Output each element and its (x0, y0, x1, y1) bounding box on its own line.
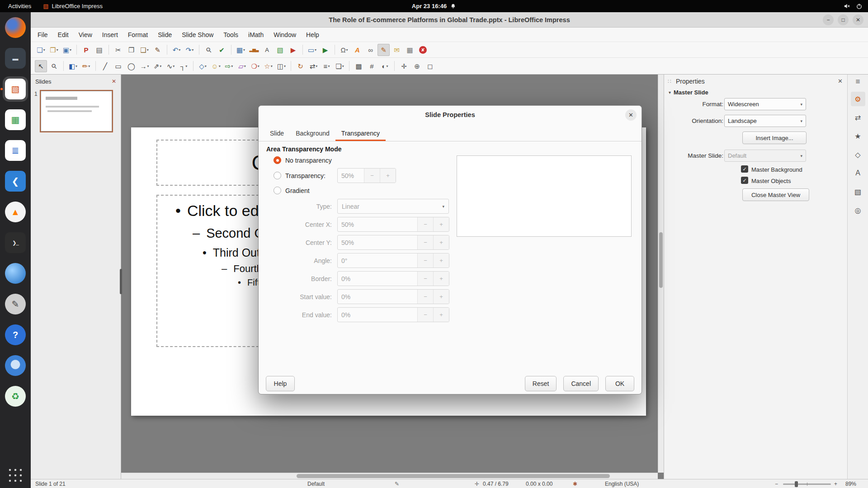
properties-tab-icon[interactable]: ⚙ (851, 92, 865, 106)
align-objects-icon[interactable]: ≡ (321, 60, 333, 72)
spin-value[interactable]: 0% (338, 290, 417, 304)
rectangle-icon[interactable]: ▭ (112, 60, 124, 72)
insert-image-button[interactable]: Insert Image... (742, 131, 807, 144)
spin-increase-button[interactable]: + (433, 272, 449, 286)
special-character-icon[interactable]: Ω (338, 44, 350, 56)
menu-slide-show[interactable]: Slide Show (177, 28, 218, 42)
print-icon[interactable]: ▤ (93, 44, 105, 56)
close-button[interactable]: ✕ (853, 14, 863, 25)
dock-item-libreoffice-calc[interactable]: ▦ (3, 107, 28, 132)
horizontal-scrollbar-thumb[interactable] (297, 474, 610, 478)
clock-menu[interactable]: Apr 23 16:46 (412, 3, 456, 9)
spin-decrease-button[interactable]: − (417, 290, 433, 304)
new-slide-icon[interactable]: ▭ (306, 44, 318, 56)
line-color-icon[interactable]: ✏ (80, 60, 92, 72)
spin-decrease-button[interactable]: − (417, 253, 433, 267)
close-master-view-button[interactable]: Close Master View (742, 188, 809, 201)
menu-help[interactable]: Help (301, 28, 324, 42)
start-slideshow-icon[interactable]: ▶ (319, 44, 331, 56)
spin-increase-button[interactable]: + (433, 235, 449, 249)
points-icon[interactable]: ✛ (398, 60, 410, 72)
help-button[interactable]: Help (266, 376, 295, 391)
filter-icon[interactable]: ◐ (379, 60, 391, 72)
dock-item-chromium[interactable] (3, 353, 28, 378)
dock-item-gimp[interactable]: ✎ (3, 291, 28, 317)
no-transparency-radio[interactable] (274, 156, 281, 164)
cancel-button[interactable]: Cancel (563, 376, 599, 391)
panel-splitter-handle[interactable] (120, 269, 122, 294)
spin-value[interactable]: 50% (338, 217, 417, 231)
language-status[interactable]: English (USA) (605, 481, 639, 487)
slide-thumbnail[interactable] (41, 91, 112, 131)
redo-icon[interactable]: ↷ (184, 44, 196, 56)
maximize-button[interactable]: □ (838, 14, 849, 25)
animation-tab-icon[interactable]: ★ (851, 129, 865, 143)
master-background-checkbox[interactable]: ✓ (741, 165, 748, 173)
menu-tools[interactable]: Tools (218, 28, 243, 42)
arrange-icon[interactable]: ❏ (334, 60, 346, 72)
transparency-increase-button[interactable]: + (380, 169, 396, 183)
sidebar-menu-icon[interactable]: ≡ (856, 77, 860, 86)
master-slide-dropdown[interactable]: Default ▾ (724, 150, 806, 162)
ellipse-icon[interactable]: ◯ (125, 60, 137, 72)
extrusion-icon[interactable]: ◻ (424, 60, 436, 72)
dock-item-firefox[interactable] (3, 15, 28, 40)
dock-item-remmina[interactable] (3, 261, 28, 286)
show-draw-functions-icon[interactable]: ✎ (377, 44, 390, 56)
select-icon[interactable]: ↖ (35, 60, 47, 72)
slide-transition-tab-icon[interactable]: ⇄ (851, 110, 865, 125)
spin-decrease-button[interactable]: − (417, 235, 433, 249)
red-x-icon[interactable]: ✘ (417, 44, 429, 56)
menu-view[interactable]: View (74, 28, 97, 42)
ok-button[interactable]: OK (605, 376, 634, 391)
insert-media-icon[interactable]: ▶ (287, 44, 299, 56)
dock-item-trash[interactable]: ♻ (3, 384, 28, 409)
activities-button[interactable]: Activities (8, 3, 31, 9)
spin-increase-button[interactable]: + (433, 253, 449, 267)
dock-item-vscode[interactable]: ❮ (3, 169, 28, 194)
menu-format[interactable]: Format (123, 28, 153, 42)
flip-icon[interactable]: ⇄ (307, 60, 320, 72)
lines-arrows-icon[interactable]: ⇗ (151, 60, 164, 72)
save-icon[interactable]: ▣ (61, 44, 73, 56)
master-slide-section-header[interactable]: ▾ Master Slide (669, 89, 708, 96)
transparency-value[interactable]: 50% (338, 169, 364, 183)
block-arrows-icon[interactable]: ⇨ (223, 60, 235, 72)
styles-tab-icon[interactable]: A (851, 166, 865, 180)
edit-mode-icon[interactable]: ✎ (395, 481, 399, 487)
transparency-radio[interactable] (274, 172, 281, 179)
shapes-tab-icon[interactable]: ◇ (851, 147, 865, 162)
vertical-scrollbar[interactable] (658, 75, 664, 473)
spin-value[interactable]: 0% (338, 308, 417, 322)
master-objects-checkbox[interactable]: ✓ (741, 177, 748, 184)
spin-increase-button[interactable]: + (433, 290, 449, 304)
dock-item-terminal[interactable]: ❯_ (3, 230, 28, 255)
undo-icon[interactable]: ↶ (170, 44, 183, 56)
menu-file[interactable]: File (33, 28, 53, 42)
menu-window[interactable]: Window (269, 28, 301, 42)
clone-formatting-icon[interactable]: ✎ (151, 44, 164, 56)
spin-value[interactable]: 50% (338, 235, 417, 249)
tab-slide[interactable]: Slide (264, 127, 290, 141)
insert-comment-icon[interactable]: ✉ (391, 44, 403, 56)
gradient-radio[interactable] (274, 187, 281, 194)
symbol-shapes-icon[interactable]: ☺ (210, 60, 222, 72)
crop-icon[interactable]: # (366, 60, 378, 72)
fill-color-icon[interactable]: ◧ (67, 60, 79, 72)
copy-icon[interactable]: ❐ (125, 44, 137, 56)
spin-value[interactable]: 0% (338, 272, 417, 286)
horizontal-scrollbar[interactable] (121, 473, 658, 479)
show-grid-icon[interactable]: ▦ (404, 44, 416, 56)
rotate-icon[interactable]: ↻ (294, 60, 307, 72)
gradient-type-dropdown[interactable]: Linear ▾ (337, 199, 449, 214)
callout-shapes-icon[interactable]: ❍ (249, 60, 261, 72)
show-apps-button[interactable] (7, 467, 24, 483)
sidebar-grip-icon[interactable]: ∷ (668, 78, 671, 84)
slides-panel-close-icon[interactable]: ✕ (112, 78, 116, 84)
dock-item-vlc[interactable]: ▲ (3, 199, 28, 225)
zoom-in-button[interactable]: + (834, 481, 837, 487)
vertical-scrollbar-thumb[interactable] (659, 232, 663, 288)
insert-image-icon[interactable]: ▧ (274, 44, 286, 56)
paste-icon[interactable]: ❑ (138, 44, 151, 56)
menu-slide[interactable]: Slide (153, 28, 177, 42)
